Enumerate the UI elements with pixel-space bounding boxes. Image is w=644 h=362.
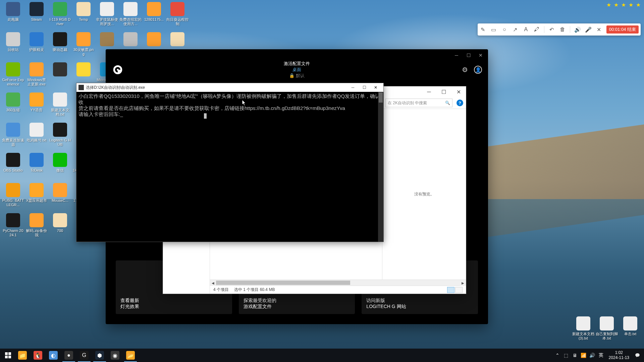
taskbar-app-button[interactable]: ◐: [46, 349, 61, 362]
taskbar-app-button[interactable]: 📂: [123, 349, 138, 362]
desktop-icon[interactable]: 驱动总裁: [48, 31, 72, 61]
desktop-icon[interactable]: YY语音: [25, 91, 48, 121]
maximize-button[interactable]: ☐: [436, 87, 451, 97]
desktop-icon-label: I-119 RGB Driver: [48, 17, 72, 26]
desktop-icon[interactable]: 非罗技鼠标使用罗技...: [95, 1, 119, 31]
start-button[interactable]: [1, 349, 15, 362]
search-field[interactable]: 在 2K自动识别 中搜索 🔍: [385, 99, 452, 107]
desktop-icon[interactable]: 单击.txt: [619, 315, 642, 345]
desktop-icon[interactable]: 新建文本文档 (3).txt: [572, 315, 595, 345]
close-icon[interactable]: ✕: [596, 26, 602, 33]
tray-app-icon[interactable]: ⬚: [563, 352, 569, 358]
logitech-subtitle[interactable]: 桌面: [284, 67, 310, 73]
desktop-icon[interactable]: 吃鸡账号.txt: [25, 121, 48, 152]
taskbar-app-button[interactable]: 📁: [15, 349, 30, 362]
clock-time: 1:02: [609, 350, 629, 355]
desktop-icon[interactable]: 解码.zip备份我: [25, 212, 48, 242]
desktop-icon[interactable]: [48, 61, 72, 91]
desktop-icon[interactable]: Temp: [72, 1, 95, 31]
trash-icon[interactable]: 🗑: [559, 26, 566, 33]
speaker-icon[interactable]: 🔊: [574, 26, 581, 33]
desktop-icon[interactable]: Logitech G HUB: [48, 121, 72, 152]
scroll-left-icon[interactable]: ◀: [210, 280, 216, 286]
desktop-icon[interactable]: 新建文本文档.txt: [48, 91, 72, 121]
minimize-button[interactable]: ─: [450, 51, 463, 60]
horizontal-scrollbar[interactable]: ◀ ▶: [210, 280, 466, 286]
search-icon[interactable]: 🔍: [445, 101, 450, 105]
desktop-icon[interactable]: PUBG: BATTLEGR...: [1, 182, 25, 212]
desktop-icon-image: [30, 183, 44, 197]
taskbar-app-button[interactable]: ◉: [107, 349, 123, 362]
desktop-icon[interactable]: X盟应用超市: [25, 182, 48, 212]
tray-monitor-icon[interactable]: 🖥: [572, 352, 578, 358]
help-icon[interactable]: ?: [457, 100, 463, 106]
desktop-icon-image: [30, 32, 44, 46]
close-button[interactable]: ✕: [370, 84, 381, 91]
tray-network-icon[interactable]: 📶: [581, 352, 587, 358]
arrow-icon[interactable]: ↗: [512, 26, 519, 33]
desktop-icon[interactable]: 30灵敏度.png: [72, 31, 95, 61]
console-output[interactable]: 小白宏作者QQ1533020310，闲鱼唯一店铺"绝地Ai宏"（哆啦A梦头像）谨…: [76, 92, 383, 242]
desktop-icon[interactable]: 微信: [48, 152, 72, 182]
minimize-button[interactable]: ─: [347, 84, 359, 91]
rect-icon[interactable]: ▭: [490, 26, 497, 33]
desktop-icon-label: 新建文本文档 (3).txt: [572, 332, 595, 341]
taskbar-clock[interactable]: 1:02 2024-11-13: [607, 350, 631, 360]
desktop-icon[interactable]: 此电脑: [1, 1, 25, 31]
taskbar-app-button[interactable]: ●: [61, 349, 76, 362]
circle-icon[interactable]: ○: [501, 26, 508, 33]
desktop-icon[interactable]: 700: [48, 212, 72, 242]
mic-icon[interactable]: 🎤: [585, 26, 592, 33]
desktop-icon-image: [53, 183, 67, 197]
tray-chevron-icon[interactable]: ⌃: [554, 352, 560, 358]
desktop-icon[interactable]: 12801175...: [142, 1, 166, 31]
taskbar-app-button[interactable]: G: [76, 349, 92, 362]
desktop-icon-label: Temp: [78, 17, 89, 22]
taskbar-app-button[interactable]: 🐧: [30, 349, 46, 362]
tray-ime[interactable]: 英: [598, 352, 604, 358]
pencil-icon[interactable]: ✎: [480, 26, 486, 33]
desktop-icon[interactable]: GeForce Experience: [1, 61, 25, 91]
record-timer[interactable]: 00:01:04 结束: [606, 25, 639, 34]
desktop-icon[interactable]: 自己复制到脚本.txt: [595, 315, 619, 345]
taskbar: 📁🐧◐●G⬢◉📂 ⌃ ⬚ 🖥 📶 🔊 英 1:02 2024-11-13 💬: [0, 349, 644, 362]
close-button[interactable]: ✕: [451, 87, 466, 97]
desktop-icon[interactable]: 免费直连加速器: [1, 121, 25, 152]
desktop-icon[interactable]: 360压缩: [1, 91, 25, 121]
scroll-right-icon[interactable]: ▶: [460, 280, 466, 286]
desktop-icon-image: [6, 213, 20, 227]
gear-icon[interactable]: ⚙: [462, 66, 468, 74]
desktop-icon[interactable]: 向日葵远程控制: [166, 1, 189, 31]
desktop-icon-image: [30, 62, 44, 76]
maximize-button[interactable]: ☐: [463, 51, 475, 60]
desktop-icon[interactable]: ToDesk: [25, 152, 48, 182]
desktop-icon[interactable]: Steam: [25, 1, 48, 31]
console-title-text: 选择D:\2K自动识别\自动识别.exe: [86, 85, 347, 90]
desktop-icon-image: [123, 2, 138, 16]
minimize-button[interactable]: ─: [422, 87, 436, 97]
close-button[interactable]: ✕: [475, 51, 487, 60]
console-scrollbar[interactable]: [378, 92, 383, 242]
desktop-icon[interactable]: Windows禁止更新.exe: [25, 61, 48, 91]
user-icon[interactable]: 👤: [474, 66, 482, 74]
desktop-icon-image: [147, 2, 161, 16]
logitech-card-title: 查看最新灯光效果: [120, 297, 139, 309]
undo-icon[interactable]: ↶: [548, 26, 555, 33]
taskbar-app-icon: ◐: [49, 351, 58, 360]
desktop-icon[interactable]: PyCharm 2024.1: [1, 212, 25, 242]
tray-volume-icon[interactable]: 🔊: [589, 352, 595, 358]
view-details-button[interactable]: [447, 287, 454, 293]
desktop-icon[interactable]: 回收站: [1, 31, 25, 61]
desktop-icon[interactable]: MouseC...: [48, 182, 72, 212]
desktop-icon[interactable]: I-119 RGB Driver: [48, 1, 72, 31]
taskbar-app-button[interactable]: ⬢: [92, 349, 107, 362]
maximize-button[interactable]: ☐: [359, 84, 370, 91]
desktop-icon[interactable]: 护眼精灵: [25, 31, 48, 61]
marker-icon[interactable]: 🖍: [533, 26, 540, 33]
text-icon[interactable]: A: [523, 26, 529, 33]
desktop-icon[interactable]: OBS Studio: [1, 152, 25, 182]
view-icons-button[interactable]: [455, 287, 463, 293]
desktop-icon[interactable]: 免费连招宏的使用方...: [119, 1, 142, 31]
logitech-default: 🔒 默认: [284, 73, 310, 79]
notifications-icon[interactable]: 💬: [634, 352, 641, 359]
